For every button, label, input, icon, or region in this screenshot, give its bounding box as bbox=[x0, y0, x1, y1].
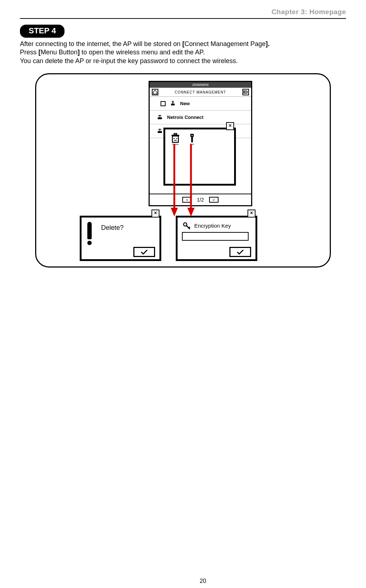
device-screen: 2009/09/09 CONNECT MANAGEMENT New bbox=[149, 81, 252, 206]
encryption-key-input[interactable] bbox=[182, 232, 249, 241]
ap-label: New bbox=[180, 101, 190, 106]
arrow-delete bbox=[171, 144, 178, 216]
svg-rect-1 bbox=[247, 91, 248, 93]
page-number: 20 bbox=[20, 578, 366, 584]
instruction-text: After connecting to the internet, the AP… bbox=[20, 40, 346, 65]
exclamation-icon bbox=[87, 222, 92, 245]
wifi-add-icon bbox=[169, 99, 176, 108]
delete-dialog-text: Delete? bbox=[101, 224, 124, 232]
divider bbox=[20, 18, 346, 19]
svg-marker-20 bbox=[171, 208, 178, 216]
pager-next-button[interactable]: > bbox=[209, 197, 219, 203]
delete-dialog: × Delete? bbox=[80, 216, 161, 261]
wifi-icon bbox=[156, 127, 163, 135]
svg-rect-12 bbox=[172, 136, 178, 142]
svg-rect-10 bbox=[158, 131, 162, 133]
close-icon[interactable]: × bbox=[248, 210, 255, 218]
date-bar: 2009/09/09 bbox=[150, 82, 251, 88]
screen-title-row: CONNECT MANAGEMENT bbox=[150, 88, 251, 97]
screen-title: CONNECT MANAGEMENT bbox=[175, 90, 226, 94]
ap-row-netroix[interactable]: Netroix Connect bbox=[150, 111, 251, 124]
svg-rect-8 bbox=[158, 117, 162, 119]
figure-frame: 2009/09/09 CONNECT MANAGEMENT New bbox=[35, 73, 331, 268]
svg-point-15 bbox=[174, 138, 175, 139]
arrow-edit bbox=[187, 144, 195, 216]
svg-rect-17 bbox=[191, 137, 193, 142]
ap-row-new[interactable]: New bbox=[150, 97, 251, 111]
checkbox-icon[interactable] bbox=[161, 101, 166, 106]
svg-point-6 bbox=[172, 101, 173, 102]
close-icon[interactable]: × bbox=[151, 210, 159, 218]
chapter-header: Chapter 3: Homepage bbox=[20, 7, 346, 18]
menu-edit[interactable]: Edit bbox=[187, 133, 197, 145]
close-icon[interactable]: × bbox=[226, 122, 234, 130]
key-icon bbox=[183, 222, 191, 232]
ok-button[interactable] bbox=[229, 247, 251, 257]
svg-rect-5 bbox=[171, 104, 175, 105]
home-icon[interactable] bbox=[152, 89, 158, 95]
ap-label: Netroix Connect bbox=[167, 115, 203, 120]
svg-marker-22 bbox=[187, 208, 195, 216]
menu-delete[interactable]: Delete bbox=[170, 133, 180, 145]
wifi-icon bbox=[156, 113, 163, 121]
encryption-dialog: × Encryption Key bbox=[176, 216, 257, 261]
pager-bar: < 1/2 > bbox=[150, 194, 251, 205]
svg-rect-14 bbox=[174, 133, 177, 135]
svg-line-25 bbox=[189, 227, 190, 228]
svg-point-16 bbox=[176, 138, 177, 139]
pager-text: 1/2 bbox=[197, 197, 204, 203]
step-badge: STEP 4 bbox=[20, 25, 65, 38]
encryption-label: Encryption Key bbox=[194, 223, 231, 229]
svg-point-18 bbox=[191, 135, 192, 136]
ok-button[interactable] bbox=[133, 247, 155, 257]
battery-icon bbox=[242, 89, 249, 95]
